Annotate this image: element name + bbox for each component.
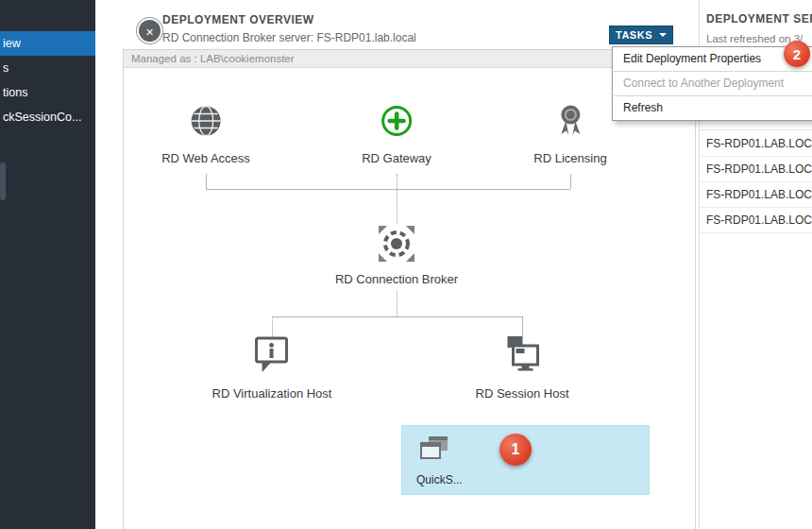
deployment-servers-title: DEPLOYMENT SERVERS <box>706 12 812 26</box>
server-list: FS-RDP01.LAB.LOCAL FS-RDP01.LAB.LOCAL FS… <box>700 131 812 233</box>
deployment-diagram: Managed as : LAB\cookiemonster RD Web Ac… <box>123 49 696 529</box>
x-circle-icon <box>145 23 154 40</box>
node-rd-gateway[interactable]: RD Gateway <box>362 102 431 165</box>
connector-line <box>206 174 207 189</box>
medal-icon <box>551 101 589 139</box>
managed-as-bar: Managed as : LAB\cookiemonster <box>124 50 695 68</box>
sidebar-item-label: iew <box>3 37 21 50</box>
node-rd-licensing[interactable]: RD Licensing <box>533 101 606 165</box>
sidebar-item-servers[interactable]: s <box>0 56 95 80</box>
chevron-down-icon <box>659 33 667 37</box>
connection-broker-icon <box>376 223 417 264</box>
node-label: RD Gateway <box>362 151 431 165</box>
sidebar-item-label: s <box>3 61 8 75</box>
menu-separator <box>614 71 812 72</box>
sidebar-item-label: ckSessionCo... <box>3 111 81 124</box>
tasks-button-label: TASKS <box>616 29 652 41</box>
node-rd-web-access[interactable]: RD Web Access <box>161 102 250 165</box>
node-rd-connection-broker[interactable]: RD Connection Broker <box>335 223 458 286</box>
menu-item-edit-deployment-properties[interactable]: Edit Deployment Properties <box>613 49 812 69</box>
server-monitor-icon <box>500 334 544 376</box>
node-label: RD Licensing <box>533 151 606 165</box>
column-header-divider <box>700 129 812 130</box>
connector-line-dotted <box>397 174 398 223</box>
sidebar: iew s tions ckSessionCo... <box>0 0 95 529</box>
connector-line <box>272 316 522 317</box>
node-label: RD Connection Broker <box>335 272 458 286</box>
globe-icon <box>187 102 225 140</box>
connector-line-dotted <box>397 291 398 316</box>
add-plus-icon <box>378 102 415 140</box>
connector-line <box>570 174 571 189</box>
node-label: RD Web Access <box>161 151 250 165</box>
connector-line <box>522 316 523 336</box>
step-2-badge: 2 <box>784 41 810 67</box>
tasks-button[interactable]: TASKS <box>609 26 673 44</box>
sidebar-item-overview[interactable]: iew <box>0 31 95 56</box>
node-label: RD Virtualization Host <box>212 386 332 401</box>
server-row[interactable]: FS-RDP01.LAB.LOCAL <box>700 182 812 208</box>
step-1-badge: 1 <box>499 434 532 466</box>
server-row[interactable]: FS-RDP01.LAB.LOCAL <box>700 208 812 233</box>
menu-separator <box>614 95 812 96</box>
sidebar-item-collections[interactable]: tions <box>0 80 95 105</box>
server-row[interactable]: FS-RDP01.LAB.LOCAL <box>700 157 812 182</box>
collection-label: QuickS... <box>416 473 463 486</box>
connector-line-dotted <box>272 316 273 336</box>
info-bubble-icon <box>250 334 294 376</box>
node-rd-session-host[interactable]: RD Session Host <box>476 334 569 401</box>
connector-line <box>206 189 570 190</box>
sidebar-scrollbar[interactable] <box>0 162 6 200</box>
page-subtitle: RD Connection Broker server: FS-RDP01.la… <box>162 31 416 44</box>
node-rd-virtualization-host[interactable]: RD Virtualization Host <box>212 334 332 401</box>
node-label: RD Session Host <box>476 386 569 401</box>
page-title: DEPLOYMENT OVERVIEW <box>162 13 314 26</box>
server-row[interactable]: FS-RDP01.LAB.LOCAL <box>700 131 812 157</box>
deployment-overview-icon <box>139 20 161 42</box>
collection-icon <box>417 435 451 463</box>
sidebar-item-quicksessioncollection[interactable]: ckSessionCo... <box>0 105 95 129</box>
menu-item-refresh[interactable]: Refresh <box>613 98 812 118</box>
sidebar-item-label: tions <box>3 86 27 99</box>
server-manager-rds-overview: iew s tions ckSessionCo... DEPLOYMENT OV… <box>0 0 812 529</box>
tasks-menu: Edit Deployment Properties Connect to An… <box>612 46 812 121</box>
menu-item-connect-to-another-deployment[interactable]: Connect to Another Deployment <box>613 74 812 94</box>
